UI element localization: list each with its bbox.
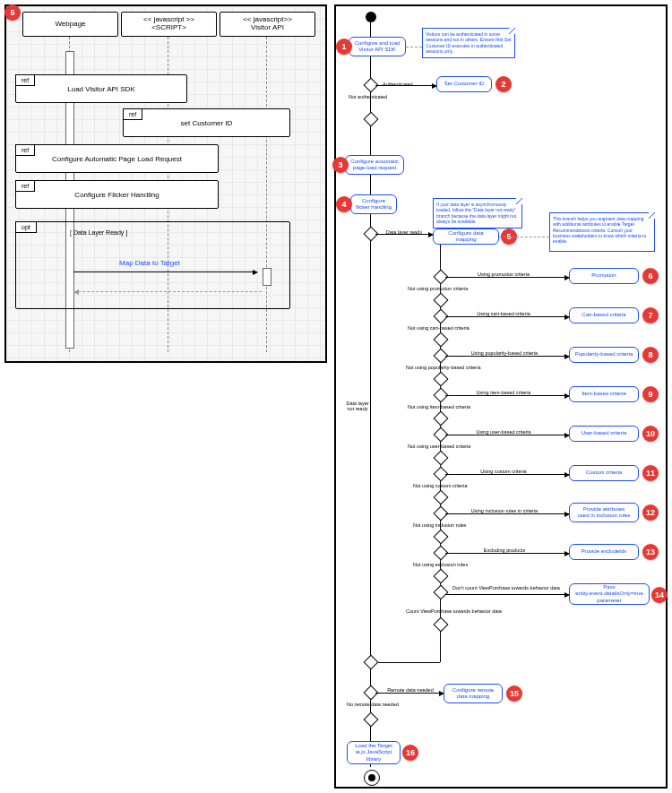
edge-15 [375, 693, 444, 694]
marker-8: 8 [642, 347, 659, 363]
flow-diagram: Configure and load Visitor API SDK 1 Vis… [334, 4, 668, 789]
rejoin-line [370, 662, 440, 663]
merge-8 [434, 372, 449, 387]
marker-13: 13 [642, 544, 659, 560]
node-item: Item-based criteria [569, 386, 639, 402]
lbl-15no: No remote data needed [347, 702, 399, 707]
marker-2: 2 [495, 76, 512, 92]
activation-visitor [263, 268, 271, 286]
lbl-8no: Not using popularity-based criteria [406, 365, 480, 370]
edge-auth-yes [375, 85, 436, 86]
node-inclusion: Provide attributes used in inclusion rul… [569, 503, 639, 522]
node-remote-mapping: Configure remote data mapping [444, 684, 503, 703]
node-user: User-based criteria [569, 426, 639, 442]
marker-14: 14 [651, 587, 668, 603]
lbl-12no: Not using inclusion rules [413, 522, 467, 528]
node-custom: Custom criteria [569, 465, 639, 481]
frag-label: Configure Automatic Page Load Request [16, 155, 218, 163]
marker-4: 4 [336, 196, 352, 212]
node-promotion: Promotion [569, 268, 639, 284]
node-cart: Cart-based criteria [569, 307, 639, 323]
node-load-atjs: Load the Target at.js JavaScript library [347, 741, 401, 764]
edge-dlr [375, 234, 433, 235]
edge-12 [445, 513, 569, 514]
opt-return [73, 291, 262, 292]
edge-13 [445, 553, 569, 554]
note-recommendations: This branch helps you augment data mappi… [549, 212, 655, 252]
marker-7: 7 [642, 307, 659, 323]
merge-main [364, 655, 379, 670]
edge-7 [445, 316, 569, 317]
node-exclusion: Provide excludeIds [569, 544, 639, 560]
node-popularity: Popularity-based criteria [569, 347, 639, 363]
note-async-datalayer: If your data layer is asynchronously loa… [433, 198, 522, 228]
marker-15: 15 [506, 685, 522, 702]
lbl-7no: Not using cart-based criteria [408, 325, 470, 331]
page-root: 5 Webpage << javascript >> <SCRIPT> << j… [0, 0, 672, 793]
node-details-only: Pass entity.event.detailsOnly=true param… [569, 583, 650, 605]
node-set-customer-id: Set Customer ID [436, 76, 492, 92]
marker-seq: 5 [4, 4, 21, 21]
frag-label: Configure Flicker Handling [16, 191, 218, 199]
node-auto-pageload: Configure automatic page-load request [345, 155, 404, 175]
merge-12 [434, 530, 449, 545]
marker-16: 16 [402, 745, 418, 761]
lbl-dlnr: Data layer not ready [340, 401, 375, 411]
note-connector-a [406, 47, 422, 47]
lbl-13no: Not using exclusion rules [413, 562, 468, 567]
marker-3: 3 [332, 157, 349, 173]
marker-1: 1 [336, 39, 352, 55]
frag-ref-set-customer: ref set Customer ID [123, 108, 290, 137]
marker-6: 6 [642, 268, 659, 284]
lbl-11no: Not using custom criteria [413, 483, 468, 488]
edge-9 [445, 395, 569, 396]
lbl-14no: Count ViewPurchase towards behavior data [406, 608, 502, 614]
frag-label: Load Visitor API SDK [16, 85, 186, 93]
frag-label: set Customer ID [124, 119, 289, 127]
edge-11 [445, 474, 569, 475]
end-node [364, 770, 380, 786]
node-flicker: Configure flicker handling [350, 194, 397, 214]
lbl-6no: Not using promotion criteria [408, 286, 468, 291]
marker-12: 12 [642, 504, 659, 521]
node-configure-visitor-sdk: Configure and load Visitor API SDK [349, 37, 406, 56]
lane-script: << javascript >> <SCRIPT> [121, 12, 217, 37]
merge-10 [434, 451, 449, 466]
edge-6 [445, 277, 569, 278]
lbl-10no: Not using user-based criteria [408, 444, 470, 449]
note-connector-c [499, 237, 549, 237]
merge-11 [434, 490, 449, 505]
lane-webpage: Webpage [22, 12, 118, 37]
merge-15 [364, 712, 379, 728]
merge-9 [434, 411, 449, 427]
lbl-notauth: Not authenticated [349, 94, 387, 99]
frag-ref-flicker: ref Configure Flicker Handling [15, 180, 219, 209]
lbl-14yes: Don't count ViewPurchase towards behavio… [445, 585, 567, 590]
marker-11: 11 [642, 465, 659, 481]
lbl-9no: Not using item-based criteria [408, 404, 470, 409]
frag-ref-auto-pageload: ref Configure Automatic Page Load Reques… [15, 144, 219, 173]
opt-link-text: Map Data to Target [69, 259, 230, 267]
edge-8 [445, 356, 569, 357]
note-auth-sessions: Visitors can be authenticated in some se… [422, 28, 515, 58]
merge-14 [434, 617, 449, 633]
sequence-diagram: 5 Webpage << javascript >> <SCRIPT> << j… [4, 4, 327, 363]
lane-visitor: << javascript>> Visitor API [220, 12, 315, 37]
edge-14 [445, 594, 569, 595]
opt-arrow [73, 272, 257, 272]
merge-1 [364, 112, 379, 127]
start-node [366, 12, 376, 22]
frag-tab: opt [15, 221, 37, 233]
edge-10 [445, 435, 569, 435]
marker-9: 9 [642, 386, 659, 402]
marker-10: 10 [642, 426, 659, 442]
merge-6 [434, 293, 449, 308]
merge-7 [434, 332, 449, 348]
opt-guard: [ Data Layer Ready ] [70, 229, 127, 236]
merge-13 [434, 569, 449, 584]
node-configure-mapping: Configure data mapping [433, 228, 499, 245]
frag-ref-load-sdk: ref Load Visitor API SDK [15, 74, 187, 103]
